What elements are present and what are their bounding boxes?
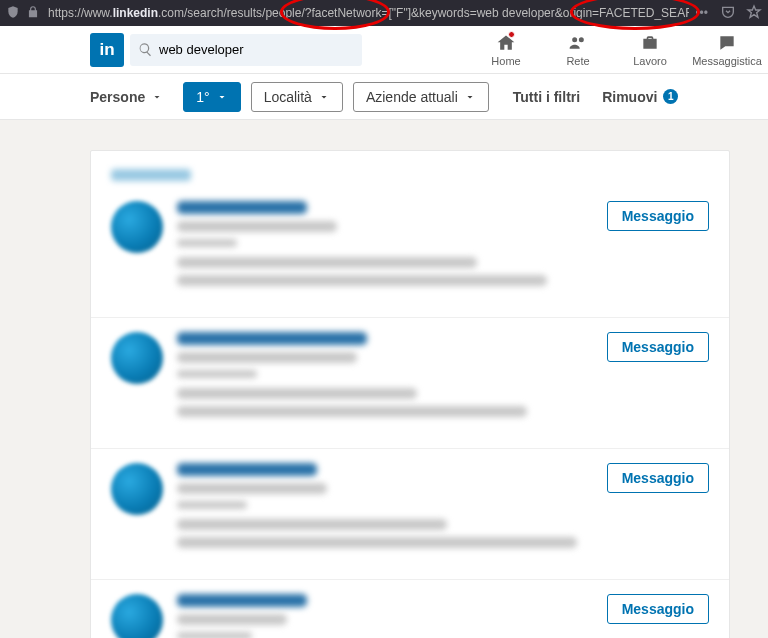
avatar[interactable] xyxy=(111,332,163,384)
avatar[interactable] xyxy=(111,463,163,515)
search-box[interactable] xyxy=(130,34,362,66)
nav-label: Lavoro xyxy=(633,55,667,67)
all-filters-button[interactable]: Tutti i filtri xyxy=(513,89,580,105)
people-icon xyxy=(568,33,588,53)
filter-pill-location[interactable]: Località xyxy=(251,82,343,112)
briefcase-icon xyxy=(640,33,660,53)
pill-label: Aziende attuali xyxy=(366,89,458,105)
search-result[interactable]: Messaggio xyxy=(91,580,729,638)
filter-pill-connections[interactable]: 1° xyxy=(183,82,240,112)
chevron-down-icon xyxy=(318,91,330,103)
tracking-shield-icon xyxy=(6,5,20,22)
entity-type-label: Persone xyxy=(90,89,145,105)
nav-home[interactable]: Home xyxy=(470,33,542,67)
lock-icon xyxy=(26,5,40,22)
pill-label: Località xyxy=(264,89,312,105)
chevron-down-icon xyxy=(216,91,228,103)
top-navbar: in Home Rete Lavoro Messaggistica xyxy=(0,26,768,74)
kebab-icon[interactable]: ••• xyxy=(695,6,708,20)
reset-filters-button[interactable]: Rimuovi 1 xyxy=(602,89,678,105)
chevron-down-icon xyxy=(464,91,476,103)
nav-label: Home xyxy=(491,55,520,67)
filter-pill-companies[interactable]: Aziende attuali xyxy=(353,82,489,112)
search-input[interactable] xyxy=(159,42,354,57)
active-filter-count-badge: 1 xyxy=(663,89,678,104)
message-button[interactable]: Messaggio xyxy=(607,332,709,362)
bookmark-star-icon[interactable] xyxy=(746,4,762,23)
avatar[interactable] xyxy=(111,201,163,253)
results-count-blurred xyxy=(111,169,191,181)
url-rest: .com/search/results/people/?facetNetwork… xyxy=(158,6,689,20)
nav-label: Messaggistica xyxy=(692,55,762,67)
url-prefix: https://www. xyxy=(48,6,113,20)
search-icon xyxy=(138,42,153,57)
search-result[interactable]: Messaggio xyxy=(91,449,729,580)
nav-jobs[interactable]: Lavoro xyxy=(614,33,686,67)
reset-label: Rimuovi xyxy=(602,89,657,105)
notification-badge xyxy=(508,31,515,38)
linkedin-logo[interactable]: in xyxy=(90,33,124,67)
nav-label: Rete xyxy=(566,55,589,67)
chat-icon xyxy=(717,33,737,53)
message-button[interactable]: Messaggio xyxy=(607,594,709,624)
pocket-icon[interactable] xyxy=(720,4,736,23)
results-card: Messaggio Messaggio Messaggio xyxy=(90,150,730,638)
pill-label: 1° xyxy=(196,89,209,105)
search-filter-bar: Persone 1° Località Aziende attuali Tutt… xyxy=(0,74,768,120)
avatar[interactable] xyxy=(111,594,163,638)
nav-messaging[interactable]: Messaggistica xyxy=(686,33,768,67)
message-button[interactable]: Messaggio xyxy=(607,201,709,231)
chevron-down-icon xyxy=(151,91,163,103)
search-result[interactable]: Messaggio xyxy=(91,187,729,318)
url-text[interactable]: https://www.linkedin.com/search/results/… xyxy=(48,6,689,20)
search-result[interactable]: Messaggio xyxy=(91,318,729,449)
nav-network[interactable]: Rete xyxy=(542,33,614,67)
url-domain: linkedin xyxy=(113,6,158,20)
browser-address-bar: https://www.linkedin.com/search/results/… xyxy=(0,0,768,26)
message-button[interactable]: Messaggio xyxy=(607,463,709,493)
entity-type-selector[interactable]: Persone xyxy=(90,89,163,105)
